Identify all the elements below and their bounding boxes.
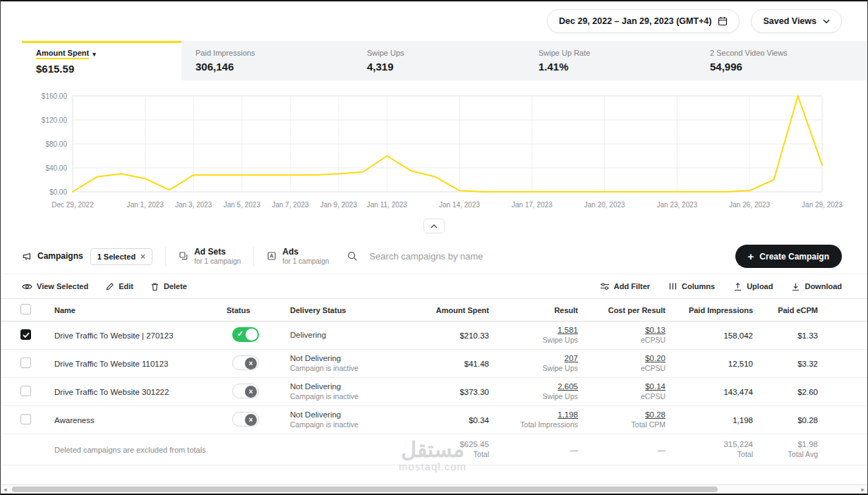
row-checkbox[interactable] [20,329,31,340]
svg-text:$0.00: $0.00 [49,188,67,196]
columns-button[interactable]: Columns [668,282,715,291]
toggle-x-icon: × [249,416,253,424]
svg-text:Jan 9, 2023: Jan 9, 2023 [320,201,358,209]
metric-swipe-ups[interactable]: Swipe Ups 4,319 [353,41,524,80]
selected-filter-chip[interactable]: 1 Selected × [90,248,152,265]
collapse-chart-button[interactable] [423,219,445,233]
date-range-label: Dec 29, 2022 – Jan 29, 2023 (GMT+4) [559,16,711,26]
amount-spent-cell: $373.30 [417,388,489,396]
upload-label: Upload [747,282,773,291]
download-button[interactable]: Download [791,282,842,291]
tab-campaigns[interactable]: Campaigns [22,252,83,262]
date-range-picker[interactable]: Dec 29, 2022 – Jan 29, 2023 (GMT+4) [547,9,740,33]
delivery-status: Not Delivering [290,410,417,420]
ads-icon [267,251,277,261]
upload-button[interactable]: Upload [733,282,773,291]
svg-text:Jan 20, 2023: Jan 20, 2023 [584,201,625,209]
metric-swipe-up-rate[interactable]: Swipe Up Rate 1.41% [524,41,696,80]
status-toggle[interactable]: × [232,355,259,370]
cost-per-result-link[interactable]: $0.13 [645,326,665,334]
saved-views-button[interactable]: Saved Views [751,9,842,33]
add-filter-button[interactable]: Add Filter [600,282,650,291]
campaign-row[interactable]: Drive Traffic To Website 301222 × Not De… [1,378,867,406]
remove-filter-icon[interactable]: × [140,252,145,262]
cost-per-result-link[interactable]: $0.28 [645,410,665,419]
cost-per-result-link[interactable]: $0.20 [645,354,665,362]
scroll-left-icon[interactable]: ◂ [4,485,7,494]
paid-impressions-cell: 143,474 [665,388,753,396]
col-cost-per-result: Cost per Result [578,306,665,314]
cost-per-result-sub: eCPSU [578,364,665,374]
search-input[interactable] [369,251,718,262]
columns-label: Columns [682,282,715,291]
result-sub: Swipe Ups [489,364,578,374]
row-checkbox[interactable] [20,358,31,368]
divider [165,247,166,267]
metric-paid-impressions[interactable]: Paid Impressions 306,146 [181,41,353,80]
metric-value: 1.41% [538,61,686,73]
svg-text:$160.00: $160.00 [42,92,68,100]
metric-2s-video-views[interactable]: 2 Second Video Views 54,996 [696,41,867,80]
metric-label: Swipe Up Rate [538,49,590,57]
toggle-x-icon: × [249,360,253,367]
total-ecpm-sub: Total Avg [753,450,818,460]
edit-button[interactable]: Edit [105,282,133,291]
status-toggle[interactable]: ✓ [232,327,259,342]
delete-button[interactable]: Delete [150,282,187,291]
total-impressions-sub: Total [665,450,753,460]
metric-value: 306,146 [195,61,343,73]
campaign-row[interactable]: Drive Traffic To Website | 270123 ✓ Deli… [1,322,867,350]
metric-label: Swipe Ups [367,49,404,57]
result-link[interactable]: 2,605 [557,382,578,391]
create-campaign-button[interactable]: + Create Campaign [735,245,842,268]
metric-value: $615.59 [36,63,171,75]
tab-ad-sets[interactable]: Ad Sets for 1 campaign [179,248,241,265]
svg-text:$40.00: $40.00 [45,164,67,172]
status-toggle[interactable]: × [232,384,259,398]
col-paid-ecpm: Paid eCPM [753,306,818,314]
metric-label: Amount Spent [36,49,89,59]
tab-ads-sub: for 1 campaign [282,257,329,266]
campaign-name[interactable]: Drive Traffic To Website 301222 [49,388,227,396]
search-icon [347,251,358,262]
add-filter-label: Add Filter [614,282,650,291]
result-link[interactable]: 1,198 [557,410,578,419]
scroll-right-icon[interactable]: ▸ [861,485,864,494]
table-toolbar: View Selected Edit Delete Add Filter [1,274,867,299]
paid-ecpm-cell: $0.28 [753,416,818,424]
cost-per-result-link[interactable]: $0.14 [645,382,665,391]
select-all-checkbox[interactable] [20,304,31,314]
tab-ads[interactable]: Ads for 1 campaign [267,248,329,265]
toggle-knob [246,329,258,341]
caret-down-icon: ▾ [92,51,96,58]
scrollbar-thumb[interactable] [12,487,718,492]
campaign-row[interactable]: Awareness × Not Delivering Campaign is i… [1,406,867,434]
campaign-name[interactable]: Drive Traffic To Website | 270123 [49,331,227,340]
cost-per-result-sub: eCPSU [578,392,665,402]
create-campaign-label: Create Campaign [759,252,829,262]
tab-ad-sets-sub: for 1 campaign [194,257,241,266]
campaign-name[interactable]: Drive Traffic To Website 110123 [49,360,227,368]
ads-manager-page: Dec 29, 2022 – Jan 29, 2023 (GMT+4) Save… [0,0,868,495]
table-totals-row: Deleted campaigns are excluded from tota… [1,434,867,465]
row-checkbox[interactable] [20,414,31,424]
saved-views-label: Saved Views [763,16,816,26]
svg-text:Jan 7, 2023: Jan 7, 2023 [272,201,309,209]
result-link[interactable]: 1,581 [557,326,578,334]
result-link[interactable]: 207 [565,354,578,362]
metric-amount-spent[interactable]: Amount Spent ▾ $615.59 [22,41,181,80]
result-sub: Total Impressions [489,420,578,430]
svg-text:Jan 29, 2023: Jan 29, 2023 [802,201,843,209]
view-selected-label: View Selected [37,282,88,291]
total-ecpm: $1.98 [753,439,818,450]
row-checkbox[interactable] [20,386,31,396]
metric-value: 4,319 [367,61,514,73]
horizontal-scrollbar[interactable]: ◂ ▸ [1,484,867,494]
status-toggle[interactable]: × [232,412,259,427]
campaign-name[interactable]: Awareness [49,416,227,424]
campaign-row[interactable]: Drive Traffic To Website 110123 × Not De… [1,350,867,378]
svg-text:$80.00: $80.00 [45,140,67,148]
svg-text:Jan 26, 2023: Jan 26, 2023 [729,201,770,209]
paid-ecpm-cell: $1.33 [753,331,818,340]
view-selected-button[interactable]: View Selected [22,282,88,291]
